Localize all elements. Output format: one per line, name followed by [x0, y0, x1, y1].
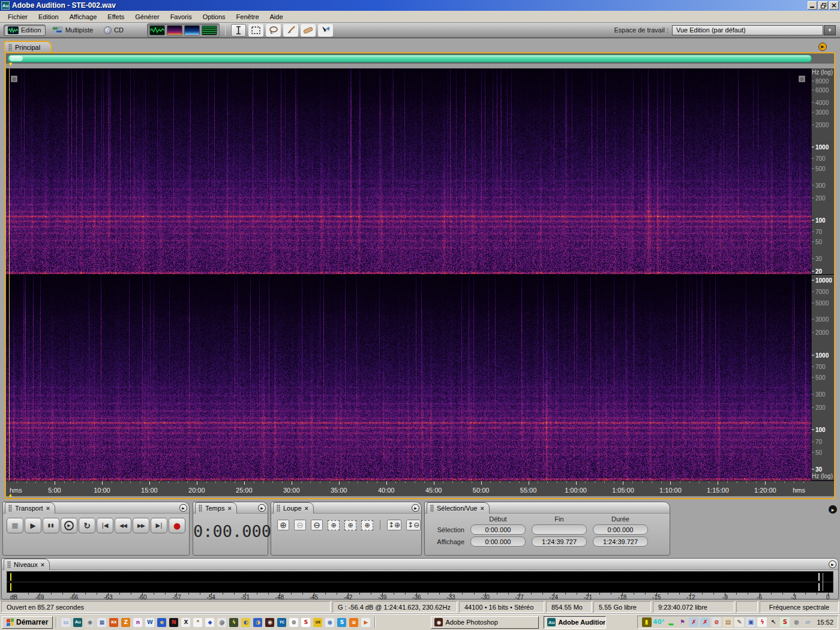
tray-cd-blocked-icon[interactable]: ⊘ — [712, 617, 721, 627]
horizontal-scroll-thumb[interactable] — [8, 55, 812, 62]
tab-principal[interactable]: Principal — [4, 41, 52, 52]
spectrogram-right-channel[interactable]: Hz (log) 1000070005000300020001000700500… — [6, 274, 834, 480]
quick-launch-keyboard[interactable]: ▭ — [60, 617, 71, 628]
restore-button[interactable] — [818, 1, 828, 10]
tab-group-menu-button[interactable]: ▶ — [818, 43, 827, 51]
fast-forward-button[interactable] — [133, 518, 149, 533]
quick-launch-onenote[interactable]: n — [132, 617, 143, 628]
playhead-strip[interactable]: ▼ — [6, 64, 834, 68]
temps-panel-menu-button[interactable]: ▶ — [258, 504, 266, 512]
menu-fichier[interactable]: Fichier — [2, 12, 33, 22]
quick-launch-orange-utility[interactable]: Z — [120, 617, 131, 628]
zoom-in-horizontal-button[interactable] — [277, 520, 289, 530]
pause-button[interactable] — [43, 518, 59, 533]
tray-antivirus-icon[interactable]: S — [780, 617, 790, 627]
close-icon[interactable]: × — [480, 505, 484, 511]
record-button[interactable] — [169, 518, 185, 533]
phase-display-button[interactable] — [202, 25, 217, 35]
effects-paintbrush-tool[interactable] — [283, 24, 298, 37]
quick-launch-recorder[interactable]: ◉ — [84, 617, 95, 628]
quick-launch-photo-viewer[interactable]: N — [168, 617, 179, 628]
close-icon[interactable]: × — [227, 505, 231, 511]
spectral-pan-display-button[interactable] — [184, 25, 200, 35]
tray-display-settings-icon[interactable]: ▣ — [746, 617, 755, 627]
quick-launch-xnview[interactable]: X — [180, 617, 191, 628]
zoom-corner-widget-left[interactable]: ▨ — [11, 76, 17, 82]
horizontal-scroll-track[interactable] — [6, 53, 834, 64]
quick-launch-media-player[interactable]: ▶ — [360, 617, 371, 628]
quick-launch-internet-planet[interactable]: e — [156, 617, 167, 628]
zoom-corner-widget-right[interactable]: ▨ — [799, 76, 805, 82]
waveform-display-button[interactable] — [149, 25, 165, 35]
quick-launch-ultraedit[interactable]: UE — [312, 617, 323, 628]
tray-installer-package-icon[interactable]: ▤ — [723, 617, 733, 627]
tray-pointer-utility-icon[interactable]: ↖ — [769, 617, 778, 627]
quick-launch-diamond-notes[interactable]: ◆ — [204, 617, 215, 628]
frequency-axis-left[interactable]: Hz (log) 8000600040003000200010007005003… — [811, 68, 834, 274]
quick-launch-calculator[interactable]: ▦ — [96, 617, 107, 628]
start-button[interactable]: Démarrer — [2, 616, 53, 629]
play-button[interactable] — [25, 518, 41, 533]
quick-launch-sbp[interactable]: S — [300, 617, 311, 628]
close-button[interactable] — [829, 1, 839, 10]
spectrogram-area[interactable]: Hz (log) 8000600040003000200010007005003… — [6, 68, 834, 481]
marquee-selection-tool[interactable] — [248, 24, 263, 37]
playhead-marker-icon[interactable]: ▼ — [8, 62, 13, 67]
quick-launch-globe-yellow[interactable]: ◐ — [240, 617, 251, 628]
quick-launch-timer[interactable]: ⊙ — [288, 617, 299, 628]
menu-affichage[interactable]: Affichage — [64, 12, 103, 22]
tray-minimized-app-icon[interactable]: ▂ — [666, 617, 676, 627]
quick-launch-adobe-audition[interactable]: Au — [72, 617, 83, 628]
frequency-axis-right[interactable]: Hz (log) 1000070005000300020001000700500… — [811, 275, 834, 480]
quick-launch-izotope-rx[interactable]: RX — [108, 617, 119, 628]
menu-fenêtre[interactable]: Fenêtre — [231, 12, 265, 22]
temps-tab[interactable]: Temps × — [195, 502, 237, 514]
panel-row-scroll-button[interactable]: ▶ — [829, 505, 837, 514]
quick-launch-word[interactable]: W — [144, 617, 155, 628]
zoom-selection-button[interactable] — [328, 520, 340, 530]
selection-vue-tab[interactable]: Sélection/Vue × — [427, 502, 490, 514]
menu-effets[interactable]: Effets — [102, 12, 130, 22]
edition-view-button[interactable]: Edition — [4, 25, 46, 36]
transport-tab[interactable]: Transport × — [5, 502, 55, 514]
cd-view-button[interactable]: CD — [100, 25, 128, 36]
spectrogram-left-channel[interactable]: Hz (log) 8000600040003000200010007005003… — [6, 68, 834, 274]
chevron-down-icon[interactable]: ▼ — [824, 25, 836, 35]
play-from-cursor-button[interactable] — [61, 518, 77, 533]
quick-launch-media-encoder[interactable]: ϟ — [228, 617, 239, 628]
task-button-photoshop[interactable]: ◉Adobe Photoshop — [431, 616, 539, 629]
quick-launch-globe-blue[interactable]: ◑ — [252, 617, 263, 628]
level-meter[interactable] — [7, 571, 833, 593]
menu-options[interactable]: Options — [197, 12, 231, 22]
time-field[interactable]: 1:24:39.727 — [593, 536, 648, 547]
transport-panel-menu-button[interactable]: ▶ — [179, 504, 187, 512]
stop-button[interactable] — [7, 518, 23, 533]
menu-edition[interactable]: Edition — [33, 12, 64, 22]
time-field[interactable]: 0:00.000 — [470, 536, 526, 547]
rewind-button[interactable] — [115, 518, 131, 533]
workspace-select[interactable]: Vue Edition (par défaut) ▼ — [672, 25, 823, 35]
zoom-out-horizontal-button[interactable] — [294, 520, 306, 530]
tray-tablet-pen-icon[interactable]: ✎ — [734, 617, 744, 627]
time-selection-tool[interactable] — [231, 24, 246, 37]
quick-launch-photoshop-eye[interactable]: ◉ — [264, 617, 275, 628]
time-field[interactable] — [532, 524, 587, 535]
zoom-out-vertical-button[interactable] — [406, 520, 421, 530]
close-icon[interactable]: × — [41, 562, 44, 568]
time-field[interactable]: 0:00.000 — [593, 524, 648, 535]
menu-générer[interactable]: Générer — [130, 12, 164, 22]
tray-mouse-settings-icon[interactable]: ● — [791, 617, 801, 627]
close-icon[interactable]: × — [46, 505, 50, 511]
tray-power-alert-icon[interactable]: ϟ — [757, 617, 767, 627]
close-icon[interactable]: × — [305, 505, 308, 511]
zoom-in-vertical-button[interactable] — [387, 520, 401, 530]
tray-audio-meter-icon[interactable]: ▮ — [642, 617, 652, 627]
multitrack-view-button[interactable]: Multipiste — [48, 25, 97, 36]
loupe-panel-menu-button[interactable]: ▶ — [412, 504, 419, 512]
time-field[interactable]: 1:24:39.727 — [532, 536, 587, 547]
spectral-display-button[interactable] — [167, 25, 182, 35]
scrub-tool[interactable] — [318, 24, 333, 37]
tray-temperature-readout-icon[interactable]: 40° — [653, 617, 665, 627]
quick-launch-audiograbber[interactable]: @ — [216, 617, 227, 628]
tray-flag-icon[interactable]: ⚑ — [677, 617, 687, 627]
